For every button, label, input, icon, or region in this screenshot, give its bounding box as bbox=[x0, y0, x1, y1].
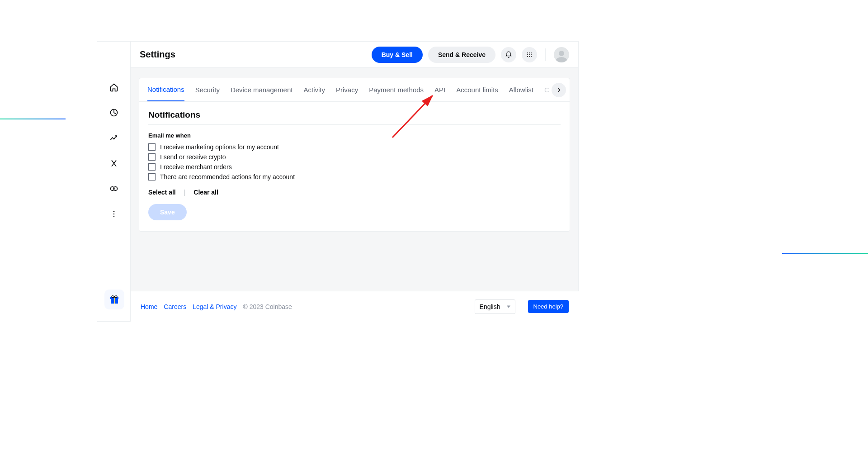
grid-icon bbox=[526, 51, 533, 58]
card-body: Notifications Email me when I receive ma… bbox=[139, 102, 570, 231]
chevron-right-icon bbox=[556, 87, 562, 93]
topbar-separator bbox=[545, 48, 546, 61]
option-marketing-checkbox[interactable] bbox=[148, 143, 156, 151]
need-help-button[interactable]: Need help? bbox=[528, 300, 569, 313]
option-send-receive-crypto[interactable]: I send or receive crypto bbox=[148, 153, 561, 161]
email-me-when-label: Email me when bbox=[148, 132, 561, 139]
nav-more-icon[interactable] bbox=[109, 209, 119, 219]
select-all-link[interactable]: Select all bbox=[148, 189, 176, 196]
option-marketing[interactable]: I receive marketing options for my accou… bbox=[148, 143, 561, 151]
page-title: Settings bbox=[140, 49, 175, 60]
section-separator bbox=[148, 124, 561, 125]
footer: Home Careers Legal & Privacy © 2023 Coin… bbox=[131, 291, 579, 322]
sidebar-nav bbox=[97, 42, 131, 321]
bulk-actions: Select all | Clear all bbox=[148, 189, 561, 196]
nav-home-icon[interactable] bbox=[109, 82, 119, 92]
footer-copyright: © 2023 Coinbase bbox=[243, 303, 292, 310]
nav-learn-icon[interactable] bbox=[109, 184, 119, 194]
accent-top-left bbox=[0, 119, 66, 119]
settings-card: Notifications Security Device management… bbox=[139, 78, 570, 232]
top-bar: Settings Buy & Sell Send & Receive bbox=[131, 42, 578, 68]
footer-link-careers[interactable]: Careers bbox=[164, 303, 186, 310]
tab-overflow-partial[interactable]: C bbox=[544, 78, 549, 101]
clear-all-link[interactable]: Clear all bbox=[193, 189, 218, 196]
svg-point-7 bbox=[529, 52, 530, 53]
nav-trade-icon[interactable] bbox=[109, 133, 119, 143]
option-recommended-actions-checkbox[interactable] bbox=[148, 173, 156, 180]
tabs-scroll-right-button[interactable] bbox=[552, 83, 566, 97]
option-recommended-actions-label: There are recommended actions for my acc… bbox=[160, 173, 295, 180]
tab-notifications[interactable]: Notifications bbox=[147, 78, 184, 101]
section-title: Notifications bbox=[148, 110, 561, 120]
content-area: Notifications Security Device management… bbox=[131, 68, 578, 321]
svg-point-14 bbox=[531, 56, 532, 57]
tab-allowlist[interactable]: Allowlist bbox=[509, 78, 533, 101]
send-receive-button[interactable]: Send & Receive bbox=[428, 47, 495, 63]
svg-rect-17 bbox=[114, 297, 115, 304]
tab-api[interactable]: API bbox=[434, 78, 445, 101]
profile-avatar[interactable] bbox=[554, 47, 569, 62]
svg-point-12 bbox=[527, 56, 528, 57]
tab-account-limits[interactable]: Account limits bbox=[456, 78, 498, 101]
svg-point-3 bbox=[113, 211, 114, 212]
notification-options-list: I receive marketing options for my accou… bbox=[148, 143, 561, 180]
option-send-receive-crypto-checkbox[interactable] bbox=[148, 153, 156, 161]
app-window: Settings Buy & Sell Send & Receive Notif… bbox=[97, 41, 579, 322]
settings-tabs: Notifications Security Device management… bbox=[139, 78, 570, 102]
option-merchant-orders-label: I receive merchant orders bbox=[160, 163, 232, 171]
language-select[interactable]: English bbox=[475, 299, 515, 314]
rewards-gift-button[interactable] bbox=[104, 290, 124, 309]
option-marketing-label: I receive marketing options for my accou… bbox=[160, 143, 279, 151]
svg-point-5 bbox=[113, 216, 114, 218]
nav-earn-icon[interactable] bbox=[109, 158, 119, 168]
option-merchant-orders[interactable]: I receive merchant orders bbox=[148, 163, 561, 171]
bell-icon bbox=[505, 51, 512, 58]
svg-point-11 bbox=[531, 54, 532, 55]
gift-icon bbox=[109, 294, 120, 305]
svg-point-13 bbox=[529, 56, 530, 57]
tab-device-management[interactable]: Device management bbox=[231, 78, 293, 101]
save-button[interactable]: Save bbox=[148, 204, 187, 220]
svg-point-10 bbox=[529, 54, 530, 55]
footer-link-legal-privacy[interactable]: Legal & Privacy bbox=[193, 303, 236, 310]
tab-privacy[interactable]: Privacy bbox=[336, 78, 358, 101]
svg-point-8 bbox=[531, 52, 532, 53]
bulk-divider: | bbox=[184, 189, 186, 196]
svg-point-9 bbox=[527, 54, 528, 55]
tab-security[interactable]: Security bbox=[195, 78, 220, 101]
option-recommended-actions[interactable]: There are recommended actions for my acc… bbox=[148, 173, 561, 180]
notifications-bell-button[interactable] bbox=[501, 47, 516, 62]
nav-portfolio-icon[interactable] bbox=[109, 108, 119, 118]
tab-activity[interactable]: Activity bbox=[303, 78, 325, 101]
option-merchant-orders-checkbox[interactable] bbox=[148, 163, 156, 171]
footer-link-home[interactable]: Home bbox=[141, 303, 157, 310]
main-area: Settings Buy & Sell Send & Receive Notif… bbox=[131, 42, 578, 321]
accent-right bbox=[782, 253, 868, 254]
language-select-value: English bbox=[480, 303, 500, 310]
tab-payment-methods[interactable]: Payment methods bbox=[369, 78, 424, 101]
svg-point-6 bbox=[527, 52, 528, 53]
buy-sell-button[interactable]: Buy & Sell bbox=[372, 47, 423, 63]
option-send-receive-crypto-label: I send or receive crypto bbox=[160, 153, 226, 161]
apps-grid-button[interactable] bbox=[522, 47, 537, 62]
svg-point-4 bbox=[113, 214, 114, 215]
